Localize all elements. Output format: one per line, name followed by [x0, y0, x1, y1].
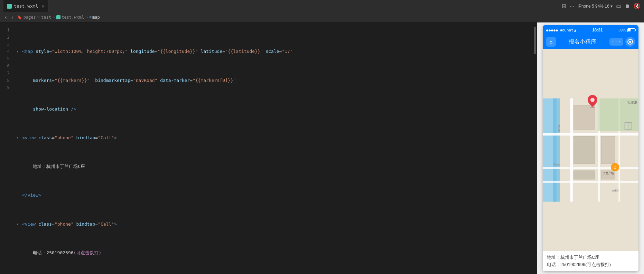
wxml-file-icon [56, 15, 60, 19]
editor-area: 1 2 3 4 5 6 7 8 9 ▾ <map style = "width:… [0, 22, 537, 274]
code-line-4: ▾ <view class = "phone" bindtap = "Call"… [17, 134, 533, 142]
back-button[interactable]: ‹ [3, 13, 8, 21]
scrollbar-thumb[interactable] [534, 27, 536, 54]
phone-line[interactable]: 电话：2501902696(可点击拨打) [547, 261, 634, 268]
volume-button[interactable]: 🔇 [634, 3, 641, 9]
svg-point-27 [590, 98, 595, 102]
breadcrumb-sep1: > [37, 15, 40, 20]
svg-rect-12 [574, 171, 595, 179]
code-line-2: markers = "{{markers}}" bindmarkertap = … [17, 77, 533, 84]
line-numbers: 1 2 3 4 5 6 7 8 9 [0, 22, 14, 274]
svg-rect-11 [601, 136, 615, 164]
record-inner [629, 41, 631, 43]
battery-percentage: 39% [618, 28, 626, 32]
battery-icon [627, 28, 635, 32]
fold-7[interactable]: ▾ [17, 221, 22, 227]
svg-rect-3 [543, 133, 638, 135]
nav-dots-button[interactable]: ··· [609, 38, 623, 46]
battery-fill [628, 29, 631, 31]
breadcrumb-file[interactable]: test.wxml [62, 15, 84, 20]
address-line: 地址：杭州市丁兰广场C座 [547, 254, 634, 261]
location-marker [587, 94, 598, 110]
svg-text:大农港: 大农港 [627, 101, 637, 104]
breadcrumb: 🔖 pages > test > test.wxml > ⊕ map [17, 15, 100, 20]
line-num-8: 8 [0, 77, 14, 84]
record-button[interactable]: ⏺ [625, 3, 630, 9]
top-toolbar: test.wxml × ⊞ ··· iPhone 5 94% 16 ▾ ▭ ⏺ … [0, 0, 644, 12]
editor-scrollbar[interactable] [533, 22, 537, 274]
info-area: 地址：杭州市丁兰广场C座 电话：2501902696(可点击拨打) [543, 251, 638, 271]
line-num-1: 1 [0, 27, 14, 34]
status-time: 18:31 [592, 28, 603, 32]
breadcrumb-test[interactable]: test [41, 15, 51, 20]
record-circle [627, 39, 633, 45]
svg-rect-4 [543, 167, 638, 169]
line-num-3: 3 [0, 41, 14, 48]
line-num-7: 7 [0, 70, 14, 77]
svg-text:惠川路: 惠川路 [558, 124, 560, 132]
tag-icon: ⊕ [89, 15, 92, 19]
file-icon [7, 4, 12, 9]
code-line-5: 地址：杭州市丁兰广场C座 [17, 163, 533, 170]
line-num-2: 2 [0, 34, 14, 41]
line-num-6: 6 [0, 63, 14, 70]
tab-close-button[interactable]: × [41, 3, 44, 9]
status-bar: ●●●●● WeChat ▲ 18:31 39% [543, 25, 638, 35]
preview-panel: ●●●●● WeChat ▲ 18:31 39% ⌂ 报名小程序 [537, 22, 644, 274]
nav-record-button[interactable] [625, 37, 635, 47]
toolbar-right: ⊞ ··· iPhone 5 94% 16 ▾ ▭ ⏺ 🔇 [562, 3, 641, 9]
svg-text:⊙: ⊙ [614, 166, 616, 169]
fold-1[interactable]: ▾ [17, 49, 22, 55]
main-content: 1 2 3 4 5 6 7 8 9 ▾ <map style = "width:… [0, 22, 644, 274]
line-num-5: 5 [0, 55, 14, 63]
status-left: ●●●●● WeChat ▲ [546, 28, 576, 32]
more-button[interactable]: ··· [570, 3, 574, 9]
svg-rect-10 [574, 136, 595, 164]
tablet-icon-button[interactable]: ▭ [616, 3, 621, 9]
status-right: 39% [618, 28, 635, 32]
code-line-8: 电话：2501902696 (可点击拨打) [17, 249, 533, 257]
code-editor[interactable]: ▾ <map style = "width:100%; height:700rp… [14, 22, 533, 274]
layout-button[interactable]: ⊞ [562, 3, 566, 9]
map-svg: 惠川路 明珠街 德珠商 ⊙ 丁兰广场 大农港 [543, 49, 638, 251]
nav-bar: ⌂ 报名小程序 ··· [543, 35, 638, 49]
map-area[interactable]: 惠川路 明珠街 德珠商 ⊙ 丁兰广场 大农港 [543, 49, 638, 251]
fold-4[interactable]: ▾ [17, 135, 22, 141]
breadcrumb-pages[interactable]: pages [24, 15, 36, 20]
device-label: iPhone 5 94% 16 ▾ [578, 4, 613, 9]
home-button[interactable]: ⌂ [546, 37, 556, 47]
breadcrumb-toolbar: ‹ › 🔖 pages > test > test.wxml > ⊕ map [0, 12, 644, 22]
bookmark-icon: 🔖 [17, 15, 22, 20]
code-line-6: </view> [17, 192, 533, 199]
home-icon: ⌂ [549, 39, 553, 45]
svg-rect-2 [553, 98, 560, 202]
code-line-1: ▾ <map style = "width:100%; height:700rp… [17, 48, 533, 55]
line-num-4: 4 [0, 48, 14, 55]
nav-right-buttons: ··· [609, 37, 635, 47]
svg-text:明珠街: 明珠街 [553, 163, 560, 166]
phone-text: 电话：2501902696(可点击拨打) [547, 262, 611, 267]
svg-rect-5 [543, 181, 638, 183]
svg-text:丁兰广场: 丁兰广场 [603, 172, 614, 175]
breadcrumb-sep2: > [53, 15, 55, 20]
device-selector[interactable]: iPhone 5 94% 16 ▾ [578, 4, 613, 9]
phone-frame: ●●●●● WeChat ▲ 18:31 39% ⌂ 报名小程序 [543, 25, 638, 271]
code-line-3: show-location /> [17, 106, 533, 113]
svg-rect-6 [570, 98, 573, 202]
code-line-7: ▾ <view class = "phone" bindtap = "Call"… [17, 221, 533, 228]
tab-filename: test.wxml [14, 3, 38, 9]
forward-button[interactable]: › [10, 13, 15, 21]
signal-bars: ●●●●● [546, 28, 558, 32]
carrier-label: WeChat [560, 28, 573, 32]
nav-title: 报名小程序 [569, 38, 596, 46]
wifi-icon: ▲ [574, 28, 577, 32]
file-tab[interactable]: test.wxml × [3, 0, 48, 12]
svg-text:德珠商: 德珠商 [612, 189, 619, 192]
line-num-9: 9 [0, 84, 14, 91]
address-text: 地址：杭州市丁兰广场C座 [547, 255, 599, 260]
breadcrumb-tag[interactable]: map [92, 15, 100, 20]
breadcrumb-sep3: > [85, 15, 88, 20]
